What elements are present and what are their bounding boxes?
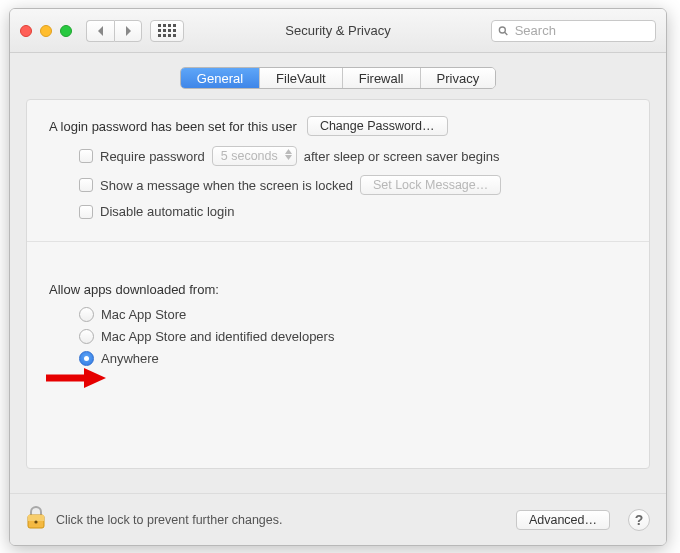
login-password-row: A login password has been set for this u… (49, 116, 631, 136)
allow-apps-label: Allow apps downloaded from: (49, 282, 631, 297)
lock-icon[interactable] (26, 506, 46, 533)
show-message-row: Show a message when the screen is locked… (79, 175, 631, 195)
panel-divider (27, 241, 649, 242)
chevron-updown-icon (285, 149, 292, 160)
radio-identified-developers[interactable] (79, 329, 94, 344)
search-field[interactable] (491, 20, 656, 42)
require-password-row: Require password 5 seconds after sleep o… (79, 146, 631, 166)
forward-button[interactable] (114, 20, 142, 42)
radio-row-anywhere: Anywhere (79, 351, 631, 366)
panel-body: General FileVault Firewall Privacy A log… (10, 53, 666, 493)
radio-row-mac-app-store: Mac App Store (79, 307, 631, 322)
require-password-suffix: after sleep or screen saver begins (304, 149, 500, 164)
disable-auto-login-row: Disable automatic login (79, 204, 631, 219)
radio-label-anywhere: Anywhere (101, 351, 159, 366)
svg-line-1 (505, 32, 508, 35)
allow-apps-radiogroup: Mac App Store Mac App Store and identifi… (79, 307, 631, 366)
svg-rect-3 (28, 515, 44, 521)
search-input[interactable] (515, 23, 649, 38)
window-controls (20, 25, 72, 37)
disable-auto-login-checkbox[interactable] (79, 205, 93, 219)
radio-mac-app-store[interactable] (79, 307, 94, 322)
footer: Click the lock to prevent further change… (10, 493, 666, 545)
tab-firewall[interactable]: Firewall (343, 68, 421, 88)
login-password-text: A login password has been set for this u… (49, 119, 297, 134)
zoom-window-button[interactable] (60, 25, 72, 37)
svg-point-0 (499, 26, 505, 32)
nav-buttons (86, 20, 142, 42)
svg-point-4 (34, 520, 37, 523)
chevron-right-icon (124, 26, 132, 36)
search-icon (498, 25, 509, 37)
segmented-control: General FileVault Firewall Privacy (180, 67, 496, 89)
tab-bar: General FileVault Firewall Privacy (26, 67, 650, 89)
disable-auto-login-label: Disable automatic login (100, 204, 234, 219)
require-password-checkbox[interactable] (79, 149, 93, 163)
require-password-delay-value: 5 seconds (221, 149, 278, 163)
radio-label-identified-developers: Mac App Store and identified developers (101, 329, 334, 344)
titlebar: Security & Privacy (10, 9, 666, 53)
help-button[interactable]: ? (628, 509, 650, 531)
show-message-checkbox[interactable] (79, 178, 93, 192)
close-window-button[interactable] (20, 25, 32, 37)
advanced-button[interactable]: Advanced… (516, 510, 610, 530)
preferences-window: Security & Privacy General FileVault Fir… (9, 8, 667, 546)
show-message-label: Show a message when the screen is locked (100, 178, 353, 193)
radio-anywhere[interactable] (79, 351, 94, 366)
radio-label-mac-app-store: Mac App Store (101, 307, 186, 322)
radio-row-identified-developers: Mac App Store and identified developers (79, 329, 631, 344)
general-panel: A login password has been set for this u… (26, 99, 650, 469)
change-password-button[interactable]: Change Password… (307, 116, 448, 136)
chevron-left-icon (97, 26, 105, 36)
back-button[interactable] (86, 20, 114, 42)
grid-icon (158, 24, 176, 37)
require-password-label: Require password (100, 149, 205, 164)
require-password-delay-select[interactable]: 5 seconds (212, 146, 297, 166)
tab-privacy[interactable]: Privacy (421, 68, 496, 88)
tab-general[interactable]: General (181, 68, 260, 88)
tab-filevault[interactable]: FileVault (260, 68, 343, 88)
set-lock-message-button[interactable]: Set Lock Message… (360, 175, 501, 195)
minimize-window-button[interactable] (40, 25, 52, 37)
show-all-button[interactable] (150, 20, 184, 42)
lock-text: Click the lock to prevent further change… (56, 513, 283, 527)
